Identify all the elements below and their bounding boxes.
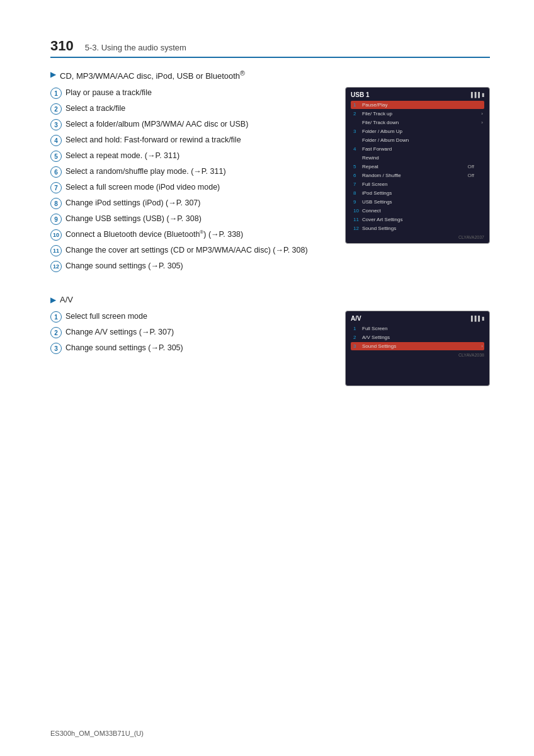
battery-icon: ▮ [482, 92, 484, 98]
av-section: ▶ A/V 1 Select full screen mode 2 Change… [50, 295, 490, 399]
usb-screen-icons: ▐▐▐ ▮ [469, 92, 484, 98]
usb-menu-item-7: 7 Full Screen [351, 180, 484, 188]
usb-screen-col: USB 1 ▐▐▐ ▮ 1 Pause/Play 2 File [345, 87, 490, 276]
usb-menu-item-5: 5 Repeat Off [351, 163, 484, 171]
av-item-3: 3 Change sound settings (→P. 305) [50, 342, 332, 354]
usb-screen-title: USB 1 [351, 91, 369, 98]
av-bullet-text: A/V [60, 295, 73, 304]
section-title: 5-3. Using the audio system [85, 43, 186, 52]
usb-screen-code: CLYAVA2037 [351, 235, 484, 239]
usb-menu-item-8: 8 iPod Settings [351, 189, 484, 197]
av-screen-code: CLYAVA2038 [351, 353, 484, 357]
cd-item-6: 6 Select a random/shuffle play mode. (→P… [50, 166, 332, 178]
cd-item-7: 7 Select a full screen mode (iPod video … [50, 181, 332, 193]
av-signal-icon: ▐▐▐ [469, 316, 480, 321]
cd-item-5: 5 Select a repeat mode. (→P. 311) [50, 150, 332, 162]
av-section-cols: 1 Select full screen mode 2 Change A/V s… [50, 311, 490, 386]
av-menu-item-2: 2 A/V Settings [351, 333, 484, 341]
usb-menu-item-2: 2 File/ Track up › [351, 110, 484, 118]
av-bullet-arrow: ▶ [50, 295, 56, 304]
usb-screen-mockup: USB 1 ▐▐▐ ▮ 1 Pause/Play 2 File [345, 87, 490, 244]
cd-section: 1 Play or pause a track/file 2 Select a … [50, 87, 490, 276]
cd-bullet-text: CD, MP3/WMA/AAC disc, iPod, USB or Bluet… [60, 69, 245, 81]
av-screen-header: A/V ▐▐▐ ▮ [351, 315, 484, 322]
av-menu-item-3: 3 Sound Settings › [351, 342, 484, 350]
cd-item-8: 8 Change iPod settings (iPod) (→P. 307) [50, 197, 332, 209]
page-container: 310 5-3. Using the audio system ▶ CD, MP… [0, 0, 534, 756]
cd-item-10: 10 Connect a Bluetooth device (Bluetooth… [50, 229, 332, 241]
usb-menu-item-6: 6 Random / Shuffle Off [351, 171, 484, 180]
footer-text: ES300h_OM_OM33B71U_(U) [50, 730, 144, 737]
cd-bullet: ▶ CD, MP3/WMA/AAC disc, iPod, USB or Blu… [50, 69, 490, 81]
usb-menu-item-2b: File/ Track down › [351, 118, 484, 127]
footer: ES300h_OM_OM33B71U_(U) [50, 730, 144, 737]
signal-icon: ▐▐▐ [469, 92, 480, 98]
usb-screen-header: USB 1 ▐▐▐ ▮ [351, 91, 484, 98]
content-area: ▶ CD, MP3/WMA/AAC disc, iPod, USB or Blu… [50, 69, 490, 399]
cd-item-4: 4 Select and hold: Fast-forward or rewin… [50, 134, 332, 146]
av-items-col: 1 Select full screen mode 2 Change A/V s… [50, 311, 332, 386]
av-battery-icon: ▮ [482, 316, 484, 321]
usb-menu-item-4a: 4 Fast Forward [351, 145, 484, 153]
av-item-1: 1 Select full screen mode [50, 311, 332, 323]
av-item-2: 2 Change A/V settings (→P. 307) [50, 326, 332, 338]
cd-item-2: 2 Select a track/file [50, 103, 332, 115]
av-screen-icons: ▐▐▐ ▮ [469, 316, 484, 321]
usb-menu-item-12: 12 Sound Settings [351, 224, 484, 232]
av-bullet: ▶ A/V [50, 295, 490, 304]
usb-menu-item-4b: Rewind [351, 154, 484, 162]
cd-item-9: 9 Change USB settings (USB) (→P. 308) [50, 213, 332, 225]
page-header: 310 5-3. Using the audio system [50, 38, 490, 58]
cd-item-1: 1 Play or pause a track/file [50, 87, 332, 99]
cd-item-12: 12 Change sound settings (→P. 305) [50, 260, 332, 272]
av-screen-mockup: A/V ▐▐▐ ▮ 1 Full Screen [345, 311, 490, 386]
usb-menu-item-3b: Folder / Album Down [351, 136, 484, 144]
cd-items-col: 1 Play or pause a track/file 2 Select a … [50, 87, 332, 276]
usb-menu-item-1: 1 Pause/Play [351, 101, 484, 109]
usb-menu-item-9: 9 USB Settings [351, 198, 484, 206]
usb-menu-item-10: 10 Connect [351, 207, 484, 215]
page-number: 310 [50, 38, 74, 54]
av-menu-item-1: 1 Full Screen [351, 324, 484, 333]
cd-item-3: 3 Select a folder/album (MP3/WMA/ AAC di… [50, 118, 332, 130]
cd-bullet-arrow: ▶ [50, 70, 56, 79]
cd-item-11: 11 Change the cover art settings (CD or … [50, 244, 332, 256]
av-screen-col: A/V ▐▐▐ ▮ 1 Full Screen [345, 311, 490, 386]
av-screen-title: A/V [351, 315, 361, 322]
usb-menu-item-11: 11 Cover Art Settings [351, 215, 484, 224]
av-item-1-text: Select full screen mode [65, 311, 147, 323]
usb-menu-item-3a: 3 Folder / Album Up [351, 127, 484, 135]
